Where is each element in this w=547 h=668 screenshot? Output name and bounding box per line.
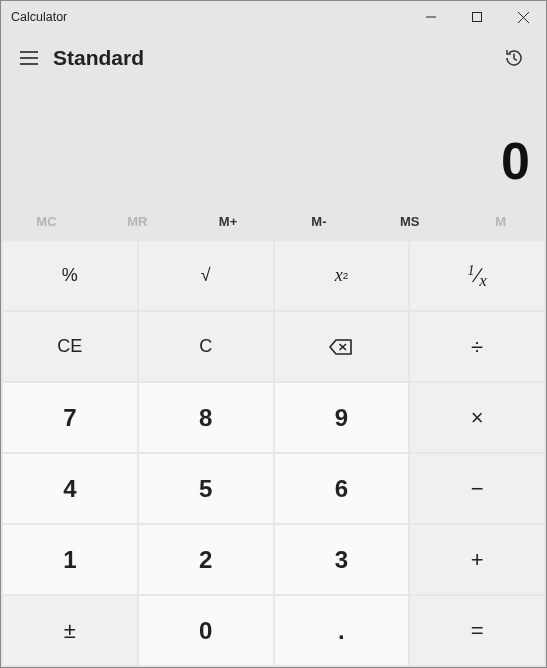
key-decimal[interactable]: . — [275, 596, 409, 665]
key-plus[interactable]: + — [410, 525, 544, 594]
display: 0 — [1, 83, 546, 203]
key-3[interactable]: 3 — [275, 525, 409, 594]
display-value: 0 — [501, 131, 530, 191]
maximize-icon — [472, 12, 482, 22]
memory-subtract[interactable]: M- — [274, 214, 365, 229]
key-percent[interactable]: % — [3, 241, 137, 310]
key-divide[interactable]: ÷ — [410, 312, 544, 381]
close-icon — [518, 12, 529, 23]
key-0[interactable]: 0 — [139, 596, 273, 665]
history-button[interactable] — [494, 38, 534, 78]
square-exp: 2 — [343, 270, 349, 281]
key-sqrt[interactable]: √ — [139, 241, 273, 310]
square-base: x — [335, 265, 343, 286]
memory-add[interactable]: M+ — [183, 214, 274, 229]
reciprocal-icon: 1/x — [466, 262, 489, 289]
key-minus[interactable]: − — [410, 454, 544, 523]
key-4[interactable]: 4 — [3, 454, 137, 523]
key-clear[interactable]: C — [139, 312, 273, 381]
memory-store[interactable]: MS — [364, 214, 455, 229]
key-clear-entry[interactable]: CE — [3, 312, 137, 381]
hamburger-icon — [20, 51, 38, 65]
key-equals[interactable]: = — [410, 596, 544, 665]
key-8[interactable]: 8 — [139, 383, 273, 452]
titlebar: Calculator — [1, 1, 546, 33]
backspace-icon — [329, 339, 353, 355]
key-sign[interactable]: ± — [3, 596, 137, 665]
key-1[interactable]: 1 — [3, 525, 137, 594]
minimize-button[interactable] — [408, 1, 454, 33]
svg-rect-1 — [473, 13, 482, 22]
close-button[interactable] — [500, 1, 546, 33]
memory-row: MC MR M+ M- MS M — [1, 203, 546, 239]
calculator-window: Calculator Standard 0 — [0, 0, 547, 668]
key-7[interactable]: 7 — [3, 383, 137, 452]
key-5[interactable]: 5 — [139, 454, 273, 523]
memory-list[interactable]: M — [455, 214, 546, 229]
header: Standard — [1, 33, 546, 83]
key-backspace[interactable] — [275, 312, 409, 381]
maximize-button[interactable] — [454, 1, 500, 33]
key-reciprocal[interactable]: 1/x — [410, 241, 544, 310]
memory-clear[interactable]: MC — [1, 214, 92, 229]
key-2[interactable]: 2 — [139, 525, 273, 594]
menu-button[interactable] — [9, 38, 49, 78]
key-square[interactable]: x2 — [275, 241, 409, 310]
key-multiply[interactable]: × — [410, 383, 544, 452]
minimize-icon — [426, 12, 436, 22]
keypad: % √ x2 1/x CE C ÷ 7 8 9 × 4 5 6 − — [1, 239, 546, 667]
memory-recall[interactable]: MR — [92, 214, 183, 229]
key-9[interactable]: 9 — [275, 383, 409, 452]
window-title: Calculator — [11, 10, 67, 24]
history-icon — [504, 48, 524, 68]
key-6[interactable]: 6 — [275, 454, 409, 523]
mode-title: Standard — [53, 46, 144, 70]
